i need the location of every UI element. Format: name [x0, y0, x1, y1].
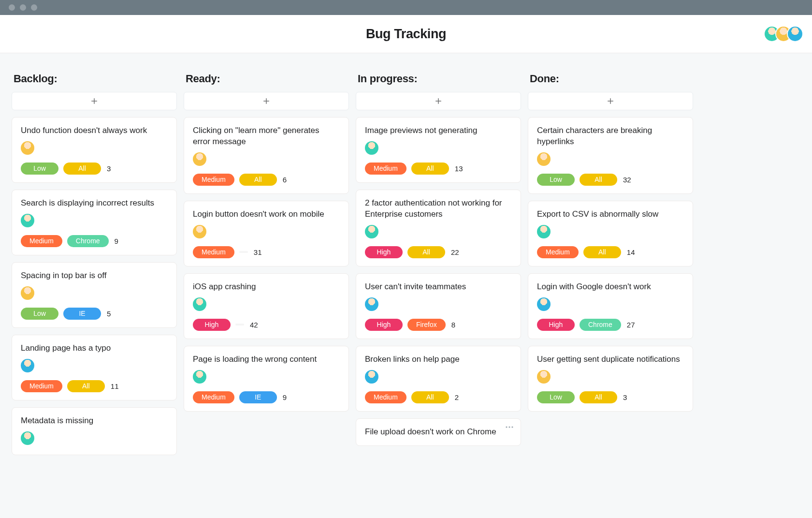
assignee-avatar[interactable]: [21, 141, 34, 155]
card[interactable]: Image previews not generatingMediumAll13: [356, 117, 521, 183]
browser-pill[interactable]: All: [411, 163, 449, 175]
add-card-button[interactable]: [184, 92, 349, 110]
column-title: Backlog:: [9, 73, 180, 92]
browser-pill[interactable]: IE: [239, 391, 277, 403]
priority-pill[interactable]: Low: [21, 308, 58, 320]
browser-pill[interactable]: All: [239, 174, 277, 186]
priority-pill[interactable]: Medium: [193, 246, 234, 258]
browser-pill[interactable]: All: [67, 380, 105, 392]
priority-pill[interactable]: Medium: [193, 174, 234, 186]
card[interactable]: iOS app crashingHigh42: [184, 273, 349, 339]
priority-pill[interactable]: Medium: [21, 235, 62, 247]
card-tags-row: HighAll22: [365, 246, 512, 258]
card[interactable]: Spacing in top bar is offLowIE5: [12, 262, 177, 328]
assignee-avatar[interactable]: [537, 370, 551, 384]
project-members[interactable]: [765, 27, 802, 41]
assignee-avatar[interactable]: [537, 225, 551, 238]
priority-pill[interactable]: Low: [537, 174, 575, 186]
browser-pill[interactable]: All: [583, 246, 621, 258]
card[interactable]: Metadata is missing: [12, 407, 177, 455]
assignee-avatar[interactable]: [21, 431, 34, 445]
browser-pill[interactable]: All: [63, 163, 101, 175]
card[interactable]: Clicking on "learn more" generates error…: [184, 117, 349, 194]
priority-pill[interactable]: High: [365, 246, 403, 258]
browser-pill[interactable]: All: [411, 391, 449, 403]
assignee-avatar[interactable]: [193, 152, 206, 166]
priority-pill[interactable]: High: [365, 319, 403, 331]
card[interactable]: Certain characters are breaking hyperlin…: [528, 117, 693, 194]
card[interactable]: User can't invite teammatesHighFirefox8: [356, 273, 521, 339]
browser-pill[interactable]: Chrome: [580, 319, 621, 331]
traffic-light-minimize[interactable]: [20, 4, 26, 11]
assignee-avatar[interactable]: [21, 214, 34, 227]
assignee-avatar[interactable]: [193, 225, 206, 238]
card[interactable]: Undo function doesn't always workLowAll3: [12, 117, 177, 183]
priority-pill[interactable]: Medium: [365, 391, 406, 403]
card-tags-row: MediumAll14: [537, 246, 684, 258]
card-title: File upload doesn't work on Chrome: [365, 427, 512, 438]
priority-pill[interactable]: Low: [21, 163, 58, 175]
priority-pill[interactable]: High: [193, 319, 231, 331]
card-tags-row: MediumAll2: [365, 391, 512, 403]
assignee-avatar[interactable]: [365, 225, 378, 238]
card-count: 6: [282, 176, 287, 184]
add-card-button[interactable]: [356, 92, 521, 110]
priority-pill[interactable]: Medium: [365, 163, 406, 175]
card-count: 9: [282, 393, 287, 401]
assignee-avatar[interactable]: [537, 297, 551, 311]
card-title: Export to CSV is abnormally slow: [537, 209, 684, 220]
card-tags-row: Medium31: [193, 246, 340, 258]
card-tags-row: HighChrome27: [537, 319, 684, 331]
card[interactable]: Page is loading the wrong contentMediumI…: [184, 346, 349, 412]
card-menu-button[interactable]: [504, 424, 515, 430]
column-ready: Ready:Clicking on "learn more" generates…: [181, 73, 352, 518]
page-title: Bug Tracking: [366, 27, 446, 42]
browser-pill[interactable]: All: [580, 174, 617, 186]
assignee-avatar[interactable]: [21, 359, 34, 372]
card-title: Login button doesn't work on mobile: [193, 209, 340, 220]
browser-pill[interactable]: Chrome: [67, 235, 109, 247]
card[interactable]: File upload doesn't work on Chrome: [356, 418, 521, 446]
add-card-button[interactable]: [12, 92, 177, 110]
priority-pill[interactable]: Medium: [537, 246, 579, 258]
browser-pill[interactable]: All: [407, 246, 445, 258]
card-title: Landing page has a typo: [21, 343, 168, 354]
plus-icon: [90, 97, 99, 105]
card[interactable]: 2 factor authentication not working for …: [356, 190, 521, 266]
traffic-light-zoom[interactable]: [31, 4, 37, 11]
browser-pill[interactable]: All: [580, 391, 617, 403]
priority-pill[interactable]: Medium: [193, 391, 234, 403]
member-avatar[interactable]: [788, 27, 802, 41]
priority-pill[interactable]: Low: [537, 391, 575, 403]
traffic-light-close[interactable]: [9, 4, 15, 11]
card[interactable]: Search is displaying incorrect resultsMe…: [12, 190, 177, 255]
add-card-button[interactable]: [528, 92, 693, 110]
card[interactable]: Login with Google doesn't workHighChrome…: [528, 273, 693, 339]
priority-pill[interactable]: Medium: [21, 380, 62, 392]
card[interactable]: Landing page has a typoMediumAll11: [12, 335, 177, 400]
priority-pill[interactable]: High: [537, 319, 575, 331]
assignee-avatar[interactable]: [365, 370, 378, 384]
card-title: User can't invite teammates: [365, 281, 512, 293]
card[interactable]: Broken links on help pageMediumAll2: [356, 346, 521, 412]
assignee-avatar[interactable]: [193, 370, 206, 384]
browser-pill[interactable]: IE: [63, 308, 101, 320]
kanban-board[interactable]: Backlog:Undo function doesn't always wor…: [0, 53, 812, 518]
browser-pill[interactable]: [235, 324, 244, 326]
assignee-avatar[interactable]: [21, 286, 34, 300]
browser-pill[interactable]: Firefox: [407, 319, 446, 331]
assignee-avatar[interactable]: [193, 297, 206, 311]
card[interactable]: Login button doesn't work on mobileMediu…: [184, 201, 349, 266]
card-tags-row: MediumIE9: [193, 391, 340, 403]
card[interactable]: User getting sent duplicate notification…: [528, 346, 693, 412]
card[interactable]: Export to CSV is abnormally slowMediumAl…: [528, 201, 693, 266]
card-title: Certain characters are breaking hyperlin…: [537, 125, 684, 148]
column-title: Ready:: [181, 73, 352, 92]
card-title: Spacing in top bar is off: [21, 270, 168, 281]
browser-pill[interactable]: [239, 251, 248, 253]
column-inprogress: In progress:Image previews not generatin…: [353, 73, 524, 518]
assignee-avatar[interactable]: [365, 297, 378, 311]
plus-icon: [434, 97, 443, 105]
assignee-avatar[interactable]: [365, 141, 378, 155]
assignee-avatar[interactable]: [537, 152, 551, 166]
